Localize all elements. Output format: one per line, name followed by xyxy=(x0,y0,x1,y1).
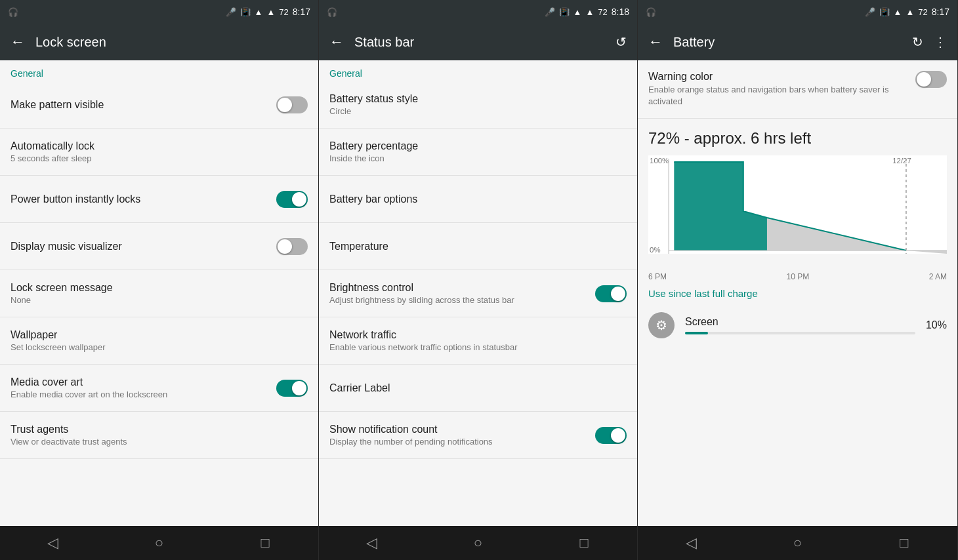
statusbar-content: General Battery status style Circle Batt… xyxy=(319,60,637,526)
battery-status-style-title: Battery status style xyxy=(329,93,627,105)
screen-usage-name: Screen xyxy=(685,316,915,328)
statusbar-back-nav-button[interactable]: ◁ xyxy=(352,530,392,556)
signal-icon: ▲ xyxy=(266,7,275,17)
brightness-control-subtitle: Adjust brightness by sliding across the … xyxy=(329,295,595,305)
notification-count-title: Show notification count xyxy=(329,424,595,435)
statusbar-home-nav-button[interactable]: ○ xyxy=(458,530,497,556)
network-traffic-item[interactable]: Network traffic Enable various network t… xyxy=(319,317,637,365)
battery-status-bar: 🎧 🎤 📳 ▲ ▲ 72 8:17 xyxy=(638,0,957,24)
screen-usage-bar xyxy=(685,332,708,334)
music-visualizer-title: Display music visualizer xyxy=(10,241,276,252)
make-pattern-visible-item[interactable]: Make pattern visible xyxy=(0,81,318,129)
power-button-toggle[interactable] xyxy=(276,191,308,208)
headphone-icon: 🎧 xyxy=(8,7,18,17)
back-button[interactable]: ← xyxy=(10,33,25,50)
battery-more-icon[interactable]: ⋮ xyxy=(934,34,947,50)
brightness-control-item[interactable]: Brightness control Adjust brightness by … xyxy=(319,270,637,317)
statusbar-back-button[interactable]: ← xyxy=(329,33,344,50)
headset-icon-2: 🎤 xyxy=(545,7,555,17)
wallpaper-item[interactable]: Wallpaper Set lockscreen wallpaper xyxy=(0,317,318,365)
recents-nav-button[interactable]: □ xyxy=(245,530,285,556)
notification-count-toggle[interactable] xyxy=(595,427,627,444)
power-button-title: Power button instantly locks xyxy=(10,193,276,205)
battery-recents-nav-button[interactable]: □ xyxy=(885,530,924,556)
make-pattern-toggle[interactable] xyxy=(276,96,308,113)
battery-chart-svg: 100% 0% 12/27 xyxy=(648,155,947,267)
temperature-title: Temperature xyxy=(329,241,627,252)
music-visualizer-toggle[interactable] xyxy=(276,238,308,255)
battery-bar-options-title: Battery bar options xyxy=(329,193,627,205)
chart-label-2am: 2 AM xyxy=(929,272,947,281)
auto-lock-item[interactable]: Automatically lock 5 seconds after sleep xyxy=(0,129,318,176)
home-nav-button[interactable]: ○ xyxy=(139,530,178,556)
music-visualizer-toggle-knob xyxy=(278,239,292,254)
battery-time: 8:17 xyxy=(932,7,949,17)
trust-agents-subtitle: View or deactivate trust agents xyxy=(10,437,308,447)
statusbar-recents-nav-button[interactable]: □ xyxy=(564,530,604,556)
power-button-toggle-knob xyxy=(292,192,306,207)
battery-content: Warning color Enable orange status and n… xyxy=(638,60,957,526)
signal-icon-2: ▲ xyxy=(585,7,594,17)
brightness-control-toggle-knob xyxy=(611,287,625,301)
trust-agents-item[interactable]: Trust agents View or deactivate trust ag… xyxy=(0,412,318,459)
warning-color-item[interactable]: Warning color Enable orange status and n… xyxy=(638,60,957,119)
media-cover-art-subtitle: Enable media cover art on the lockscreen xyxy=(10,390,276,399)
media-cover-art-toggle[interactable] xyxy=(276,380,308,397)
back-nav-button[interactable]: ◁ xyxy=(33,530,73,556)
battery-panel: 🎧 🎤 📳 ▲ ▲ 72 8:17 ← Battery ↻ ⋮ Warning … xyxy=(638,0,958,560)
statusbar-refresh-icon[interactable]: ↺ xyxy=(615,34,627,50)
status-left: 🎧 xyxy=(8,7,18,17)
wallpaper-title: Wallpaper xyxy=(10,329,308,341)
lock-screen-message-subtitle: None xyxy=(10,295,308,305)
power-button-item[interactable]: Power button instantly locks xyxy=(0,176,318,223)
temperature-item[interactable]: Temperature xyxy=(319,223,637,270)
warning-color-toggle[interactable] xyxy=(915,71,947,88)
lockscreen-status-bar: 🎧 🎤 📳 ▲ ▲ 72 8:17 xyxy=(0,0,318,24)
battery-usage-screen-item[interactable]: ⚙ Screen 10% xyxy=(638,304,957,346)
notification-count-toggle-knob xyxy=(611,428,625,443)
battery-toolbar: ← Battery ↻ ⋮ xyxy=(638,24,957,60)
trust-agents-title: Trust agents xyxy=(10,424,308,435)
battery-percentage-subtitle: Inside the icon xyxy=(329,153,627,163)
statusbar-toolbar: ← Status bar ↺ xyxy=(319,24,637,60)
notification-count-item[interactable]: Show notification count Display the numb… xyxy=(319,412,637,459)
lockscreen-time: 8:17 xyxy=(293,7,310,17)
brightness-control-toggle[interactable] xyxy=(595,285,627,302)
wallpaper-subtitle: Set lockscreen wallpaper xyxy=(10,342,308,352)
media-cover-art-toggle-knob xyxy=(292,381,306,395)
carrier-label-title: Carrier Label xyxy=(329,382,627,394)
status-right: 🎤 📳 ▲ ▲ 72 8:17 xyxy=(226,7,310,17)
battery-back-button[interactable]: ← xyxy=(648,33,663,50)
battery-home-nav-button[interactable]: ○ xyxy=(778,530,817,556)
battery-level-text: 72% - approx. 6 hrs left xyxy=(648,129,947,148)
chart-label-6pm: 6 PM xyxy=(648,272,667,281)
vibrate-icon-3: 📳 xyxy=(879,7,890,17)
carrier-label-item[interactable]: Carrier Label xyxy=(319,365,637,412)
media-cover-art-title: Media cover art xyxy=(10,376,276,388)
battery-back-nav-button[interactable]: ◁ xyxy=(671,530,711,556)
battery-number-2: 72 xyxy=(598,7,607,17)
auto-lock-title: Automatically lock xyxy=(10,140,308,152)
statusbar-bottom-nav: ◁ ○ □ xyxy=(319,526,637,560)
music-visualizer-item[interactable]: Display music visualizer xyxy=(0,223,318,270)
network-traffic-title: Network traffic xyxy=(329,329,627,341)
statusbar-panel: 🎧 🎤 📳 ▲ ▲ 72 8:18 ← Status bar ↺ General… xyxy=(319,0,638,560)
lock-screen-message-item[interactable]: Lock screen message None xyxy=(0,270,318,317)
warning-color-title: Warning color xyxy=(648,71,907,83)
make-pattern-visible-title: Make pattern visible xyxy=(10,99,276,111)
battery-bar-options-item[interactable]: Battery bar options xyxy=(319,176,637,223)
statusbar-time: 8:18 xyxy=(612,7,629,17)
battery-chart-container: 100% 0% 12/27 xyxy=(648,155,947,280)
svg-text:100%: 100% xyxy=(650,157,669,165)
lock-screen-message-title: Lock screen message xyxy=(10,282,308,294)
vibrate-icon-2: 📳 xyxy=(559,7,570,17)
battery-refresh-icon[interactable]: ↻ xyxy=(912,34,923,50)
svg-text:0%: 0% xyxy=(650,247,660,254)
battery-status-style-subtitle: Circle xyxy=(329,106,627,116)
warning-color-toggle-knob xyxy=(917,72,931,87)
battery-status-style-item[interactable]: Battery status style Circle xyxy=(319,81,637,129)
media-cover-art-item[interactable]: Media cover art Enable media cover art o… xyxy=(0,365,318,412)
battery-bottom-nav: ◁ ○ □ xyxy=(638,526,957,560)
battery-percentage-item[interactable]: Battery percentage Inside the icon xyxy=(319,129,637,176)
status-right-2: 🎤 📳 ▲ ▲ 72 8:18 xyxy=(545,7,629,17)
